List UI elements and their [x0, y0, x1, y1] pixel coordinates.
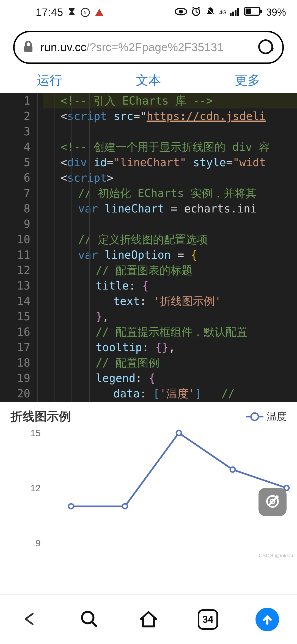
watermark: CSDN @inksci — [259, 553, 293, 559]
url-path: /?src=%2Fpage%2F35131 — [86, 41, 223, 54]
tabs-button[interactable]: 34 — [178, 595, 238, 644]
back-button[interactable] — [0, 595, 59, 644]
lock-icon — [23, 40, 34, 54]
svg-point-21 — [275, 495, 279, 499]
tab-text[interactable]: 文本 — [99, 72, 198, 89]
eye-icon — [175, 7, 187, 18]
svg-point-14 — [68, 504, 73, 509]
home-icon — [138, 609, 159, 630]
status-left: 17:45 M — [36, 7, 104, 18]
svg-text:M: M — [84, 11, 87, 15]
hourglass-icon — [68, 7, 76, 17]
browser-navbar: 34 — [0, 594, 297, 644]
tab-more[interactable]: 更多 — [198, 72, 297, 89]
reload-icon[interactable] — [257, 38, 274, 56]
theme-icon: M — [80, 7, 90, 17]
editor-gutter: 1234567891011121314151617181920 — [0, 93, 38, 402]
battery-percent: 39% — [266, 7, 286, 18]
svg-rect-6 — [232, 12, 234, 16]
alarm-icon — [191, 6, 202, 19]
svg-rect-8 — [237, 8, 239, 16]
svg-point-3 — [179, 10, 183, 13]
upload-button[interactable] — [238, 595, 297, 644]
legend-label: 温度 — [267, 410, 287, 423]
settings-fab[interactable] — [258, 488, 287, 516]
svg-point-15 — [122, 504, 127, 509]
home-button[interactable] — [119, 595, 178, 644]
upload-fab-icon — [255, 608, 279, 631]
status-bar: 17:45 M 4G 39% — [0, 0, 297, 25]
editor-code[interactable]: <!-- 引入 ECharts 库 --><script src="https:… — [38, 93, 297, 402]
search-icon — [80, 610, 98, 629]
url-bar[interactable]: run.uv.cc/?src=%2Fpage%2F35131 — [13, 31, 284, 64]
url-text: run.uv.cc/?src=%2Fpage%2F35131 — [40, 41, 251, 54]
network-label: 4G — [219, 10, 227, 15]
svg-rect-5 — [230, 13, 232, 16]
chart-title: 折线图示例 — [10, 408, 71, 425]
y-axis: 91215 — [10, 433, 46, 554]
tab-run[interactable]: 运行 — [0, 72, 99, 89]
battery-icon — [244, 7, 262, 18]
status-right: 4G 39% — [175, 6, 286, 19]
page-tabs: 运行 文本 更多 — [0, 69, 297, 93]
search-button[interactable] — [59, 595, 119, 644]
svg-rect-11 — [246, 9, 251, 14]
chart-panel: 折线图示例 温度 91215 CSDN @inksci — [0, 402, 297, 559]
svg-point-16 — [176, 430, 181, 435]
tab-count: 34 — [198, 609, 218, 630]
url-host: run.uv.cc — [40, 41, 86, 54]
bell-mute-icon — [205, 6, 216, 19]
svg-rect-7 — [235, 10, 237, 16]
chart-legend[interactable]: 温度 — [246, 410, 287, 423]
status-time: 17:45 — [36, 7, 63, 18]
svg-point-17 — [230, 467, 235, 472]
signal-icon — [230, 7, 241, 18]
chart-plot: 91215 — [10, 433, 287, 554]
url-bar-wrap: run.uv.cc/?src=%2Fpage%2F35131 — [0, 25, 297, 69]
legend-marker-icon — [246, 413, 263, 421]
plot-area — [49, 433, 287, 543]
svg-rect-10 — [260, 10, 262, 13]
svg-rect-12 — [24, 46, 32, 52]
triangle-icon — [95, 8, 104, 17]
back-icon — [21, 612, 39, 627]
code-editor[interactable]: 1234567891011121314151617181920 <!-- 引入 … — [0, 93, 297, 402]
svg-point-18 — [284, 485, 289, 490]
svg-point-13 — [259, 40, 272, 53]
gear-wrench-icon — [264, 493, 281, 511]
